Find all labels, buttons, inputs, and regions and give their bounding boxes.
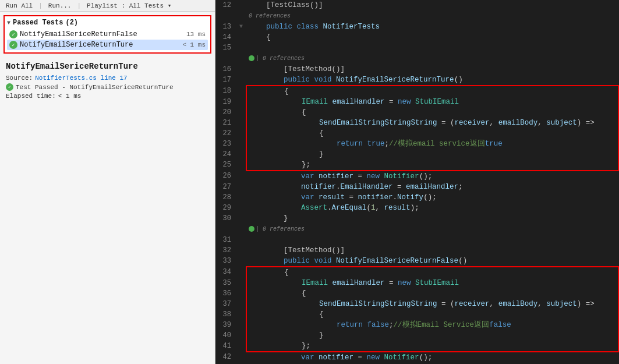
code-line-13: 13 ▼ public class NotifierTests — [215, 22, 618, 32]
line-gutter-25 — [236, 160, 246, 171]
line-gutter-12 — [236, 0, 246, 10]
code-line-30: 30 } — [215, 213, 618, 224]
code-table: 12 [TestClass()] 0 references 13 ▼ publi… — [215, 0, 619, 364]
line-gutter-13: ▼ — [236, 22, 246, 32]
line-gutter-21 — [236, 118, 246, 128]
elapsed-label: Elapsed time: — [6, 93, 56, 100]
code-line-40: 40 } — [215, 330, 618, 341]
line-gutter-15 — [236, 43, 246, 53]
line-code-40: } — [246, 330, 618, 341]
line-gutter-16 — [236, 64, 246, 75]
line-gutter-27 — [236, 182, 246, 192]
line-gutter-30 — [236, 213, 246, 224]
hint-31: | 0 references — [256, 226, 305, 232]
line-code-25: }; — [246, 160, 618, 171]
line-number-35: 35 — [215, 278, 236, 288]
run-all-button[interactable]: Run All — [3, 2, 35, 10]
test-name-1: NotifyEmailSericeReturnTure — [20, 41, 133, 49]
code-line-22: 22 { — [215, 128, 618, 139]
line-number-29: 29 — [215, 203, 236, 213]
code-line-12: 12 [TestClass()] — [215, 0, 618, 10]
code-line-36: 36 { — [215, 288, 618, 299]
toolbar: Run All | Run... | Playlist : All Tests … — [0, 0, 215, 12]
line-code-36: { — [246, 288, 618, 299]
line-code-29: Assert.AreEqual(1, result); — [246, 203, 618, 213]
playlist-dropdown[interactable]: Playlist : All Tests ▾ — [84, 1, 174, 10]
test-item-0[interactable]: ✓ NotifyEmailSericeReturnFalse 13 ms — [7, 29, 208, 40]
line-code-19: IEmail emailHandler = new StubIEmail — [246, 97, 618, 107]
line-gutter-37 — [236, 299, 246, 309]
line-code-30: } — [246, 213, 618, 224]
chevron-icon: ▾ — [168, 2, 172, 9]
passed-tests-count: (2) — [65, 19, 78, 27]
line-code-28: var result = notifier.Notify(); — [246, 192, 618, 203]
source-link[interactable]: NotifierTests.cs line 17 — [35, 75, 127, 82]
line-code-14: { — [246, 32, 618, 43]
code-line-42: 42 var notifier = new Notifier(); — [215, 352, 618, 363]
code-line-28: 28 var result = notifier.Notify(); — [215, 192, 618, 203]
line-number-38: 38 — [215, 309, 236, 320]
line-number-34: 34 — [215, 267, 236, 278]
line-gutter-23 — [236, 139, 246, 149]
pass-icon-0: ✓ — [9, 30, 17, 38]
line-gutter-29 — [236, 203, 246, 213]
line-gutter-17 — [236, 75, 246, 86]
line-number-19: 19 — [215, 97, 236, 107]
code-line-16: 16 [TestMethod()] — [215, 64, 618, 75]
test-item-left-1: ✓ NotifyEmailSericeReturnTure — [9, 41, 133, 49]
code-line-27: 27 notifier.EmailHandler = emailHandler; — [215, 182, 618, 192]
expand-icon[interactable]: ▼ — [7, 20, 10, 26]
line-code-16: [TestMethod()] — [246, 64, 618, 75]
line-number-22: 22 — [215, 128, 236, 139]
line-number-26: 26 — [215, 171, 236, 182]
line-gutter-19 — [236, 97, 246, 107]
code-line-23: 23 return true;//模拟email service返回true — [215, 139, 618, 149]
code-line-33: 33 public void NotifyEmailSericeReturnFa… — [215, 256, 618, 267]
line-gutter-24 — [236, 149, 246, 160]
detail-title: NotifyEmailSericeReturnTure — [6, 62, 209, 71]
line-number-32: 32 — [215, 245, 236, 256]
line-number-15: 15 — [215, 43, 236, 53]
test-item-1[interactable]: ✓ NotifyEmailSericeReturnTure < 1 ms — [7, 40, 208, 50]
line-gutter-31 — [236, 235, 246, 245]
line-code-37: SendEmailStringStringString = (receiver,… — [246, 299, 618, 309]
line-code-12: [TestClass()] — [246, 0, 618, 10]
code-line-35: 35 IEmail emailHandler = new StubIEmail — [215, 278, 618, 288]
line-number-30: 30 — [215, 213, 236, 224]
line-code-13: public class NotifierTests — [246, 22, 618, 32]
code-line-17: 17 public void NotifyEmailSericeReturnTu… — [215, 75, 618, 86]
run-button[interactable]: Run... — [46, 2, 74, 10]
line-code-21: SendEmailStringStringString = (receiver,… — [246, 118, 618, 128]
source-label: Source: — [6, 75, 33, 82]
line-code-38: { — [246, 309, 618, 320]
line-number-18: 18 — [215, 86, 236, 97]
line-number-20: 20 — [215, 107, 236, 118]
line-gutter-28 — [236, 192, 246, 203]
line-number-12: 12 — [215, 0, 236, 10]
green-dot-16 — [249, 55, 254, 61]
line-number-36: 36 — [215, 288, 236, 299]
detail-pass-row: ✓ Test Passed - NotifyEmailSericeReturnT… — [6, 83, 209, 91]
line-number-16: 16 — [215, 64, 236, 75]
elapsed-value: < 1 ms — [58, 93, 82, 100]
code-line-38: 38 { — [215, 309, 618, 320]
sep2: | — [77, 2, 81, 9]
line-gutter-34 — [236, 267, 246, 278]
line-code-22: { — [246, 128, 618, 139]
code-line-32: 32 [TestMethod()] — [215, 245, 618, 256]
line-number-39: 39 — [215, 320, 236, 330]
line-number-27: 27 — [215, 182, 236, 192]
hint-row-13: 0 references — [215, 10, 618, 22]
code-line-18: 18 { — [215, 86, 618, 97]
line-gutter-36 — [236, 288, 246, 299]
line-gutter-38 — [236, 309, 246, 320]
line-gutter-14 — [236, 32, 246, 43]
code-line-26: 26 var notifier = new Notifier(); — [215, 171, 618, 182]
line-code-32: [TestMethod()] — [246, 245, 618, 256]
code-line-34: 34 { — [215, 267, 618, 278]
line-gutter-42 — [236, 352, 246, 363]
code-line-39: 39 return false;//模拟Email Service返回false — [215, 320, 618, 330]
line-gutter-20 — [236, 107, 246, 118]
test-time-0: 13 ms — [182, 31, 206, 38]
line-code-27: notifier.EmailHandler = emailHandler; — [246, 182, 618, 192]
